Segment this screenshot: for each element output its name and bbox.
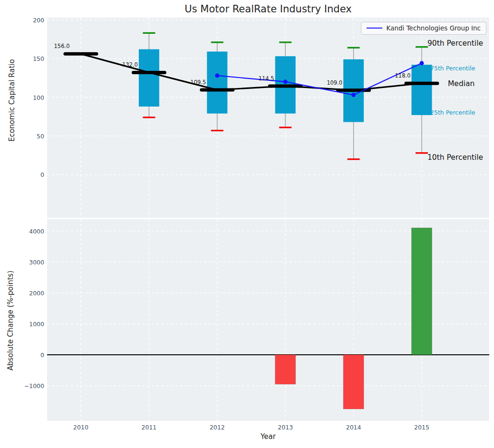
median-value-label: 118.0 (395, 72, 411, 79)
x-tick-label: 2010 (73, 424, 88, 431)
change-bar (412, 228, 432, 355)
figure: Us Motor RealRate Industry Index Economi… (0, 0, 494, 448)
bottom-plot-area (47, 219, 489, 421)
top-y-tick-label: 0 (40, 171, 44, 178)
top-plot-area: 156.0132.0109.5114.5109.0118.0 Kandi Tec… (47, 18, 489, 218)
legend-series-label: Kandi Technologies Group Inc (387, 24, 481, 32)
kandi-marker (420, 61, 424, 65)
top-y-axis-label: Economic Capital Ratio (8, 59, 16, 141)
top-y-tick-label: 100 (33, 94, 44, 101)
iqr-box (139, 49, 159, 107)
top-y-tick-label: 200 (33, 16, 44, 23)
median-value-label: 109.5 (190, 79, 206, 86)
chart-title: Us Motor RealRate Industry Index (47, 3, 489, 15)
kandi-marker (283, 79, 288, 84)
change-bar (275, 355, 296, 384)
x-tick-label: 2011 (141, 424, 156, 431)
annotation-median: Median (448, 79, 475, 88)
boxplot-canvas: 156.0132.0109.5114.5109.0118.0 (47, 18, 489, 218)
x-tick-label: 2015 (414, 424, 429, 431)
legend-line-icon (367, 28, 382, 29)
bottom-y-tick-label: −1000 (24, 382, 44, 390)
median-value-label: 132.0 (122, 61, 138, 68)
top-y-tick-label: 50 (37, 132, 44, 139)
median-value-label: 114.5 (259, 75, 274, 82)
bottom-y-tick-label: 2000 (29, 289, 44, 296)
x-tick-label: 2012 (210, 424, 225, 431)
bottom-y-tick-label: 0 (40, 351, 44, 359)
iqr-box (412, 65, 432, 115)
median-value-label: 109.0 (327, 79, 342, 86)
annotation-p25: 25th Percentile (430, 108, 475, 116)
x-tick-label: 2013 (278, 424, 293, 431)
bar-chart-canvas (47, 219, 489, 421)
iqr-box (207, 51, 227, 113)
kandi-marker (215, 73, 219, 78)
x-tick-label: 2014 (346, 424, 361, 431)
annotation-p75: 75th Percentile (430, 65, 475, 72)
x-axis-title: Year (47, 432, 489, 441)
bottom-y-tick-label: 4000 (29, 227, 44, 234)
bottom-y-tick-label: 3000 (29, 258, 44, 265)
bottom-y-axis-label: Absolute Change (%-points) (6, 271, 15, 370)
kandi-marker (351, 93, 356, 97)
kandi-line (217, 63, 422, 95)
annotation-p90: 90th Percentile (427, 39, 483, 48)
change-bar (343, 355, 364, 409)
annotation-p10: 10th Percentile (427, 153, 483, 162)
top-y-tick-label: 150 (33, 55, 44, 62)
legend[interactable]: Kandi Technologies Group Inc (361, 22, 486, 35)
bottom-y-tick-label: 1000 (29, 320, 44, 327)
median-value-label: 156.0 (54, 43, 70, 49)
